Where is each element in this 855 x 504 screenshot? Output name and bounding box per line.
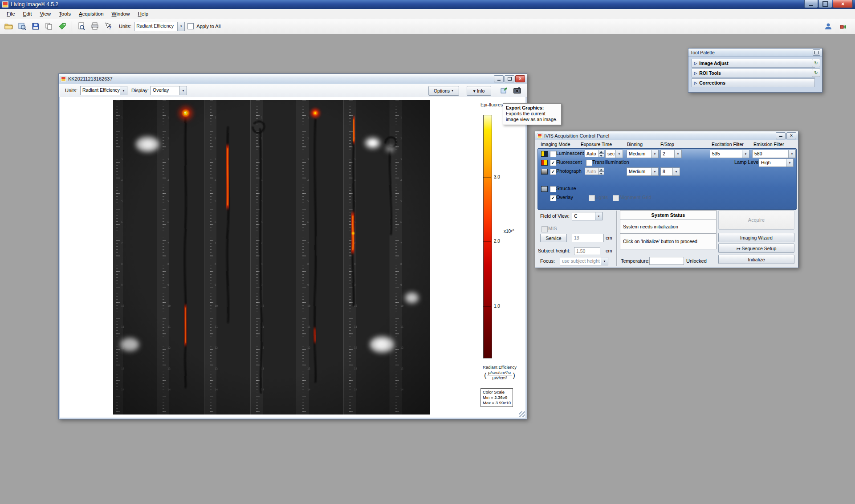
menu-tools[interactable]: Tools (55, 10, 75, 18)
imaging-wizard-button[interactable]: Imaging Wizard (718, 233, 794, 242)
menu-window[interactable]: Window (108, 10, 134, 18)
context-help-button[interactable]: ? (103, 21, 114, 32)
photograph-fstop-dropdown[interactable]: 8 ▼ (660, 167, 680, 176)
fov-dropdown[interactable]: C ▼ (572, 212, 603, 220)
luminescent-checkbox[interactable] (550, 151, 556, 157)
open-button[interactable] (4, 21, 14, 32)
luminescent-binning-dropdown[interactable]: Medium ▼ (627, 150, 659, 158)
photograph-binning-dropdown[interactable]: Medium ▼ (627, 167, 659, 176)
connect-button[interactable] (838, 21, 849, 32)
emission-filter-dropdown[interactable]: 580 ▼ (752, 150, 796, 158)
palette-refresh-top-button[interactable]: ↻ (812, 59, 820, 67)
info-button[interactable]: ▾ Info (467, 86, 491, 96)
save-button[interactable] (30, 21, 41, 32)
label-button[interactable] (57, 21, 68, 32)
scale-units: Radiant Efficiency ( p/sec/cm²/sr µW/cm²… (474, 365, 525, 380)
transillumination-checkbox[interactable] (586, 160, 592, 166)
overlay-checkbox[interactable]: ✓ (550, 195, 556, 201)
chevron-down-icon: ▼ (601, 257, 608, 265)
menu-help[interactable]: Help (134, 10, 153, 18)
palette-titlebar[interactable]: Tool Palette (688, 49, 822, 57)
viewer-titlebar[interactable]: KK20211213162637 × (59, 74, 527, 84)
sequence-setup-button[interactable]: ↦ Sequence Setup (718, 244, 794, 253)
connect-icon (839, 22, 847, 30)
close-box-icon (814, 51, 818, 54)
resize-grip[interactable] (519, 411, 525, 417)
excitation-filter-dropdown[interactable]: 535 ▼ (710, 150, 749, 158)
alignment-grid-label: Alignment Grid (619, 195, 651, 200)
spin-down-icon[interactable] (599, 154, 604, 158)
apply-to-all-checkbox[interactable] (187, 23, 194, 29)
camera-icon (513, 87, 521, 93)
paren-close: ) (513, 371, 515, 379)
print-preview-button[interactable] (76, 21, 87, 32)
temperature-field[interactable] (649, 257, 684, 265)
lamp-level-dropdown[interactable]: High ▼ (759, 159, 794, 167)
app-minimize-button[interactable] (804, 0, 818, 8)
col-fstop: F/Stop (660, 142, 674, 147)
scale-tick-2: 2.0 (494, 239, 500, 244)
chevron-down-icon: ▼ (786, 159, 793, 167)
options-button[interactable]: Options ▼ (428, 86, 459, 96)
focus-dropdown[interactable]: use subject height ▼ (560, 257, 608, 265)
help-arrow-icon: ? (104, 22, 112, 30)
chevron-down-icon: ▼ (177, 22, 184, 31)
fluorescent-label: Fluorescent (556, 159, 582, 165)
initialize-button[interactable]: Initialize (718, 255, 794, 264)
check-icon: ✓ (551, 169, 555, 174)
open-folder-icon (4, 22, 13, 30)
palette-section-image-adjust[interactable]: ▷ Image Adjust (692, 59, 815, 68)
luminescent-exposure-spinner[interactable]: Auto (585, 150, 604, 157)
tool-palette-window: Tool Palette ▷ Image Adjust ▷ ROI Tools … (688, 48, 822, 93)
app-maximize-button[interactable] (818, 0, 832, 8)
menu-edit[interactable]: Edit (19, 10, 36, 18)
snapshot-button[interactable] (513, 86, 521, 94)
acquisition-minimize-button[interactable] (776, 132, 786, 139)
palette-section-corrections[interactable]: ▷ Corrections (692, 78, 815, 87)
fluorescence-image[interactable]: 12345 678910 11121314 (113, 100, 430, 415)
menu-view[interactable]: View (36, 10, 55, 18)
subject-height-field[interactable]: 1.50 (574, 247, 600, 255)
fluorescent-checkbox[interactable]: ✓ (550, 160, 556, 166)
spin-up-icon (599, 167, 604, 171)
sequence-icon: ↦ (737, 246, 741, 251)
palette-section-roi-tools[interactable]: ▷ ROI Tools (692, 69, 815, 77)
viewer-minimize-button[interactable] (494, 75, 504, 82)
col-excitation-filter: Excitation Filter (712, 142, 744, 147)
fstop-value: 8 (661, 168, 672, 175)
menu-file[interactable]: File (3, 10, 19, 18)
menu-acquisition[interactable]: Acquisition (75, 10, 108, 18)
viewer-close-button[interactable]: × (515, 75, 525, 82)
luminescent-fstop-dropdown[interactable]: 2 ▼ (660, 150, 682, 158)
binning-value: Medium (627, 150, 651, 158)
display-dropdown[interactable]: Overlay ▼ (151, 86, 187, 95)
units-dropdown[interactable]: Radiant Efficiency ▼ (134, 22, 185, 31)
viewer-units-dropdown[interactable]: Radiant Efficiency ▼ (80, 86, 127, 95)
minimize-icon (497, 80, 501, 81)
service-button[interactable]: Service (540, 234, 567, 242)
info-arrow-icon: ▾ (473, 88, 476, 93)
tooltip-body: Exports the current image view as an ima… (506, 111, 558, 122)
exposure-unit-dropdown[interactable]: sec ▼ (605, 150, 623, 158)
user-button[interactable] (823, 21, 834, 32)
copy-button[interactable] (44, 21, 54, 32)
print-button[interactable] (90, 21, 100, 32)
acquire-label: Acquire (748, 217, 765, 223)
browse-button[interactable] (17, 21, 28, 32)
acquisition-titlebar[interactable]: IVIS Acquisition Control Panel × (535, 131, 798, 140)
print-preview-icon (77, 22, 86, 30)
palette-refresh-bottom-button[interactable]: ↻ (812, 69, 820, 77)
spin-up-icon[interactable] (599, 150, 604, 154)
service-field[interactable]: 13 (572, 234, 604, 242)
export-graphics-button[interactable] (500, 86, 509, 95)
exposure-value: Auto (585, 167, 599, 175)
photograph-checkbox[interactable]: ✓ (550, 169, 556, 175)
app-close-button[interactable]: × (833, 0, 853, 8)
acquisition-close-button[interactable]: × (786, 132, 796, 139)
viewer-maximize-button[interactable] (505, 75, 514, 82)
fov-label: Field of View: (540, 213, 570, 219)
palette-close-button[interactable] (813, 49, 820, 56)
acquire-button[interactable]: Acquire (718, 210, 794, 230)
chevron-down-icon: ▼ (788, 150, 795, 158)
structure-checkbox[interactable] (550, 186, 556, 192)
